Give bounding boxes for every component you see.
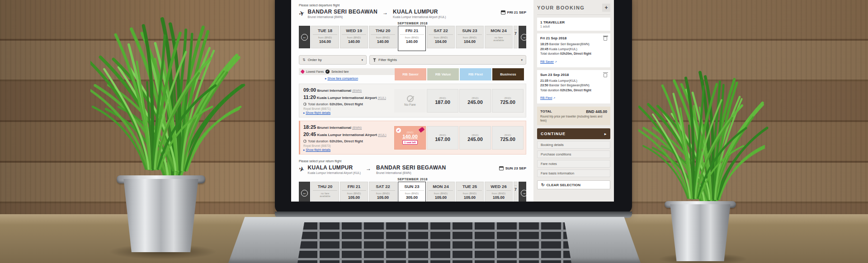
date-card-price: 140.00 [342, 39, 366, 44]
date-card-day: TUE 18 [313, 28, 337, 35]
departure-date-badge: FRI 21 SEP [501, 10, 526, 14]
arrival-airport-code[interactable]: (KUL) [378, 133, 386, 136]
carousel-prev-button[interactable]: ← [299, 182, 310, 202]
return-date: SUN 23 SEP [505, 166, 526, 170]
purchase-conditions-link[interactable]: Purchase conditions [537, 150, 610, 158]
no-fare-icon [407, 95, 414, 102]
trash-icon[interactable] [604, 73, 607, 77]
date-card-from: from (BND) [458, 36, 482, 39]
add-button[interactable]: + [602, 4, 610, 12]
date-card[interactable]: THU 20 from (BND) 140.00 [369, 26, 397, 48]
departure-dest-airport: Kuala Lumpur International Airport (KUL) [393, 15, 446, 19]
fare-cell-business[interactable]: (BND) 725.00 [492, 89, 524, 113]
route-arrow-icon: → [366, 165, 371, 172]
left-plant-grass [90, 14, 249, 182]
show-flight-details-link[interactable]: ▸ Show flight details [303, 111, 394, 115]
date-card-day [514, 184, 517, 186]
date-card[interactable]: SAT 22 from (BND) 105.00 [369, 182, 397, 202]
carousel-next-button[interactable]: → [519, 182, 526, 202]
date-card[interactable]: SUN 23 from (BND) 104.00 [456, 26, 484, 48]
departure-airport-code[interactable]: (BWN) [352, 89, 362, 92]
booking-page: Please select departure flight ✈ BANDAR … [291, 0, 614, 202]
toolbar: ⇅ Order by ▾ Filter flights ▾ [299, 55, 526, 65]
duration-clock-icon [303, 140, 307, 143]
arrow-right-icon: → [521, 190, 526, 197]
fare-price: 140.00 [402, 134, 418, 139]
fare-price: 725.00 [500, 136, 515, 142]
fare-brand-link[interactable]: RB Saver [540, 60, 554, 63]
date-card-day: FRI 21 [342, 184, 366, 191]
clear-selection-button[interactable]: ↻ CLEAR SELECTION [537, 180, 610, 189]
departure-airport-code[interactable]: (BWN) [352, 126, 362, 129]
carousel-next-button[interactable]: → [519, 26, 526, 48]
duration-prefix: Total duration [308, 139, 328, 143]
calendar-icon [499, 166, 504, 170]
fare-cell-rb-flexi[interactable]: (BND) 245.00 [459, 126, 491, 150]
fare-columns: RB Saver RB Value RB Flexi Business [395, 68, 526, 80]
date-card-no-fare[interactable]: MON 24 no fare available [485, 26, 513, 48]
fare-column-business: Business [492, 68, 524, 80]
return-dest-city: BANDAR SERI BEGAWAN [376, 165, 446, 171]
continue-button[interactable]: CONTINUE ▸ [537, 128, 610, 139]
show-fare-comparison-link[interactable]: ▸ Show fare comparison [325, 77, 395, 80]
date-card-no-fare[interactable]: THU 20 no fare available [311, 182, 339, 202]
fare-legend: Lowest Fares ✔ Selected fare ▸ Show fare… [299, 68, 395, 80]
booking-details-link[interactable]: Booking details [537, 141, 610, 149]
date-card-day: WED 26 [486, 184, 511, 191]
fare-cell-selected[interactable]: ✔ (BND) 140.00 1 seat left [394, 126, 426, 150]
chevron-down-icon: ▾ [521, 58, 523, 62]
date-card-day: SUN 23 [458, 28, 482, 35]
traveller-type: 1 adult [540, 25, 607, 28]
departure-route-header: ✈ BANDAR SERI BEGAWAN Brunei Internation… [299, 9, 526, 19]
carousel-prev-button[interactable]: ← [299, 26, 310, 48]
return-month-label: SEPTEMBER 2018 [299, 178, 526, 181]
date-card-selected[interactable]: FRI 21 from (BND) 140.00 [398, 26, 426, 51]
total-label: TOTAL [540, 109, 552, 114]
date-card-price: 105.00 [371, 195, 395, 200]
order-by-dropdown[interactable]: ⇅ Order by ▾ [299, 55, 367, 65]
your-booking-panel: YOUR BOOKING + 1 TRAVELLER 1 adult Fri 2… [533, 0, 614, 202]
fare-price: 167.00 [435, 136, 450, 142]
filter-label: Filter flights [378, 58, 397, 62]
date-card[interactable]: TUE 25 from (BND) 105.00 [456, 182, 484, 202]
fare-cell-rb-value[interactable]: (BND) 167.00 [427, 126, 458, 150]
date-card-from: from (BND) [429, 192, 453, 195]
date-card[interactable]: TUE 18 from (BND) 104.00 [311, 26, 339, 48]
calendar-icon [501, 10, 505, 14]
date-card-partial[interactable]: 7 [514, 182, 518, 202]
fare-basis-information-link[interactable]: Fare basis information [537, 169, 610, 177]
fare-price: 187.00 [435, 99, 450, 105]
return-origin-airport: Kuala Lumpur International Airport (KUL) [308, 171, 361, 174]
carrier: Royal Brunei (BI871) [303, 107, 394, 110]
main-column: Please select departure flight ✈ BANDAR … [299, 2, 526, 202]
fare-price: 725.00 [500, 99, 515, 105]
date-card[interactable]: WED 19 from (BND) 140.00 [340, 26, 368, 48]
date-card-from: from (BND) [458, 192, 482, 195]
fare-cell-rb-flexi[interactable]: (BND) 245.00 [459, 89, 491, 113]
fare-column-rb-value: RB Value [427, 68, 459, 80]
trash-icon[interactable] [604, 37, 607, 41]
departure-month-label: SEPTEMBER 2018 [299, 22, 526, 25]
date-card[interactable]: SAT 22 from (BND) 104.00 [427, 26, 455, 48]
fare-brand-link[interactable]: RB Flexi [540, 96, 552, 99]
return-plane-icon: ✈ [298, 165, 306, 173]
fare-cell-rb-value[interactable]: (BND) 187.00 [427, 89, 458, 113]
date-card-price: 105.00 [486, 195, 511, 200]
date-card[interactable]: WED 26 from (BND) 105.00 [485, 182, 513, 202]
date-card-partial[interactable]: 7 [514, 26, 518, 48]
date-card[interactable]: MON 24 from (BND) 105.00 [427, 182, 455, 202]
left-plant-bucket [121, 179, 201, 252]
date-card-selected[interactable]: SUN 23 from (BND) 305.00 [398, 182, 426, 202]
fare-notes-link[interactable]: Fare notes [537, 160, 610, 168]
segment-departure: Bandar Seri Begawan(BWN) [549, 42, 590, 46]
lowest-fares-label: Lowest Fares [306, 70, 324, 73]
filter-flights-dropdown[interactable]: Filter flights ▾ [369, 55, 526, 65]
show-flight-details-link[interactable]: ▸ Show flight details [303, 148, 394, 152]
arrival-airport-code[interactable]: (KUL) [378, 96, 386, 99]
date-card-price: 305.00 [400, 195, 424, 200]
arrival-airport: Kuala Lumpur International Airport [317, 96, 377, 100]
departure-time: 09:00 [303, 87, 316, 93]
date-card-price: 104.00 [313, 39, 337, 44]
date-card[interactable]: FRI 21 from (BND) 105.00 [340, 182, 368, 202]
fare-cell-business[interactable]: (BND) 725.00 [492, 126, 524, 150]
